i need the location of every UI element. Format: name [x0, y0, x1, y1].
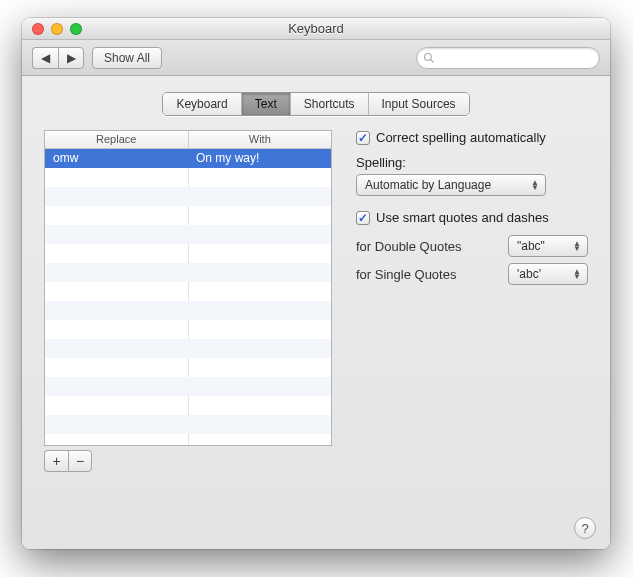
- close-window-button[interactable]: [32, 23, 44, 35]
- help-button[interactable]: ?: [574, 517, 596, 539]
- table-row[interactable]: [45, 415, 331, 434]
- window-controls: [32, 23, 82, 35]
- search-field[interactable]: [416, 47, 600, 69]
- popup-arrows-icon: ▲▼: [531, 180, 539, 190]
- options-column: Correct spelling automatically Spelling:…: [356, 130, 588, 472]
- chevron-right-icon: ▶: [67, 51, 76, 65]
- table-row[interactable]: [45, 320, 331, 339]
- tab-strip: Keyboard Text Shortcuts Input Sources: [44, 92, 588, 116]
- chevron-left-icon: ◀: [41, 51, 50, 65]
- table-row[interactable]: [45, 358, 331, 377]
- table-row[interactable]: [45, 187, 331, 206]
- remove-button[interactable]: −: [68, 450, 92, 472]
- table-row[interactable]: [45, 339, 331, 358]
- window-title: Keyboard: [22, 21, 610, 36]
- add-remove-group: + −: [44, 450, 332, 472]
- single-quotes-popup[interactable]: 'abc' ▲▼: [508, 263, 588, 285]
- tab-keyboard[interactable]: Keyboard: [163, 93, 241, 115]
- table-row[interactable]: [45, 168, 331, 187]
- minimize-window-button[interactable]: [51, 23, 63, 35]
- search-icon: [423, 52, 435, 64]
- pane: Keyboard Text Shortcuts Input Sources Re…: [22, 76, 610, 549]
- replacements-table: Replace With omw On my way!: [44, 130, 332, 446]
- zoom-window-button[interactable]: [70, 23, 82, 35]
- toolbar: ◀ ▶ Show All: [22, 40, 610, 76]
- col-with-header[interactable]: With: [189, 131, 332, 148]
- single-quotes-value: 'abc': [517, 267, 541, 281]
- cell-with[interactable]: On my way!: [188, 149, 331, 168]
- double-quotes-popup[interactable]: "abc" ▲▼: [508, 235, 588, 257]
- table-row[interactable]: [45, 377, 331, 396]
- svg-line-1: [431, 59, 434, 62]
- double-quotes-value: "abc": [517, 239, 545, 253]
- smart-quotes-checkbox[interactable]: [356, 211, 370, 225]
- svg-point-0: [425, 53, 432, 60]
- table-row[interactable]: [45, 434, 331, 445]
- preferences-window: Keyboard ◀ ▶ Show All Keyboard Text Shor…: [22, 18, 610, 549]
- smart-quotes-label: Use smart quotes and dashes: [376, 210, 549, 225]
- replacements-column: Replace With omw On my way!: [44, 130, 332, 472]
- tab-shortcuts[interactable]: Shortcuts: [291, 93, 369, 115]
- cell-replace[interactable]: omw: [45, 149, 188, 168]
- correct-spelling-label: Correct spelling automatically: [376, 130, 546, 145]
- tab-input-sources[interactable]: Input Sources: [369, 93, 469, 115]
- spelling-popup[interactable]: Automatic by Language ▲▼: [356, 174, 546, 196]
- tab-text[interactable]: Text: [242, 93, 291, 115]
- correct-spelling-checkbox[interactable]: [356, 131, 370, 145]
- table-row[interactable]: omw On my way!: [45, 149, 331, 168]
- popup-arrows-icon: ▲▼: [573, 269, 581, 279]
- show-all-button[interactable]: Show All: [92, 47, 162, 69]
- table-body[interactable]: omw On my way!: [45, 149, 331, 445]
- table-row[interactable]: [45, 396, 331, 415]
- popup-arrows-icon: ▲▼: [573, 241, 581, 251]
- nav-buttons: ◀ ▶: [32, 47, 84, 69]
- col-replace-header[interactable]: Replace: [45, 131, 189, 148]
- double-quotes-label: for Double Quotes: [356, 239, 486, 254]
- forward-button[interactable]: ▶: [58, 47, 84, 69]
- spelling-value: Automatic by Language: [365, 178, 491, 192]
- table-row[interactable]: [45, 282, 331, 301]
- table-row[interactable]: [45, 225, 331, 244]
- table-row[interactable]: [45, 206, 331, 225]
- table-row[interactable]: [45, 263, 331, 282]
- titlebar: Keyboard: [22, 18, 610, 40]
- single-quotes-label: for Single Quotes: [356, 267, 486, 282]
- table-row[interactable]: [45, 244, 331, 263]
- back-button[interactable]: ◀: [32, 47, 58, 69]
- spelling-label: Spelling:: [356, 155, 588, 170]
- search-input[interactable]: [439, 51, 593, 65]
- add-button[interactable]: +: [44, 450, 68, 472]
- table-row[interactable]: [45, 301, 331, 320]
